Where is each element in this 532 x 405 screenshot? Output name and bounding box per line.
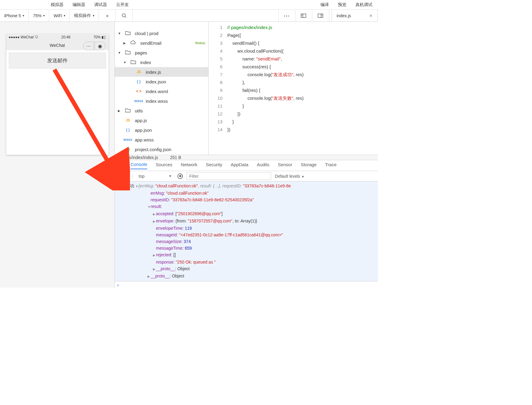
devtools-tab-appdata[interactable]: AppData — [231, 162, 248, 169]
clear-console-icon[interactable] — [123, 174, 128, 179]
toolbar: iPhone 5 ▾ 75% ▾ WiFi ▾ 模拟操作 ▾ ＋ ⋯ index… — [0, 10, 378, 22]
carrier-label: ●●●●● WeChat 🗨 — [9, 35, 38, 39]
inspect-icon[interactable] — [117, 163, 122, 168]
devtools-tab-console[interactable]: Console — [131, 162, 147, 169]
tree-item-app-json[interactable]: { }app.json — [115, 125, 208, 135]
mock-selector[interactable]: 模拟操作 ▾ — [70, 10, 99, 21]
search-button[interactable] — [116, 10, 133, 21]
tree-item-index-json[interactable]: { }index.json — [115, 77, 208, 86]
runtime-badge: Nodejs — [195, 41, 205, 45]
tree-item-label: utils — [135, 108, 143, 113]
tree-item-label: app.json — [135, 128, 152, 133]
tree-item-cloud-prod[interactable]: ▼cloud | prod — [115, 28, 208, 38]
devtools-tabs: ConsoleSourcesNetworkSecurityAppDataAudi… — [115, 160, 378, 171]
folder-icon — [123, 50, 132, 55]
tree-item-label: project.config.json — [135, 147, 171, 152]
chevron-down-icon: ▾ — [23, 14, 24, 17]
sidebar-toggle-icon[interactable]: ▯ — [117, 174, 120, 179]
network-label: WiFi — [54, 13, 62, 18]
ic-cfg-icon: {·} — [123, 147, 132, 151]
split-right-button[interactable] — [312, 10, 329, 21]
tree-item-app-wxss[interactable]: wxssapp.wxss — [115, 135, 208, 144]
clock-label: 20:46 — [61, 35, 70, 39]
context-selector[interactable]: top ▼ — [137, 173, 174, 180]
more-button[interactable]: ⋯ — [278, 10, 295, 21]
tree-item-label: app.js — [135, 118, 147, 123]
battery-label: 70% ▮▯ — [93, 35, 106, 39]
svg-line-1 — [125, 16, 126, 18]
search-icon — [122, 13, 127, 18]
folder-icon — [123, 108, 132, 113]
menu-item[interactable]: 预览 — [338, 2, 346, 8]
network-selector[interactable]: WiFi ▾ — [49, 10, 70, 21]
page-title: WeChat — [50, 43, 65, 48]
ic-js-icon: JS — [134, 70, 143, 74]
tree-item-utils[interactable]: ▶utils — [115, 106, 208, 115]
editor-status-bar: /pages/index/index.js 251 B — [115, 155, 378, 160]
device-label: iPhone 5 — [4, 13, 21, 18]
split-left-button[interactable] — [295, 10, 312, 21]
tree-item-label: index.wxml — [146, 89, 168, 94]
editor-tab[interactable]: index.js ✕ — [332, 10, 378, 21]
devtools-tab-storage[interactable]: Storage — [301, 162, 317, 169]
devtools-tab-sensor[interactable]: Sensor — [278, 162, 292, 169]
devtools-tab-sources[interactable]: Sources — [156, 162, 172, 169]
file-explorer: ▼cloud | prod▶sendEmailNodejs▼pages▼inde… — [115, 22, 209, 155]
tree-item-index-wxss[interactable]: wxssindex.wxss — [115, 96, 208, 106]
console-prompt[interactable]: › — [115, 281, 378, 288]
ic-wxss-icon: wxss — [134, 99, 143, 103]
tree-item-pages[interactable]: ▼pages — [115, 48, 208, 57]
zoom-selector[interactable]: 75% ▾ — [29, 10, 49, 21]
split-icon — [318, 14, 323, 18]
tree-item-sendemail[interactable]: ▶sendEmailNodejs — [115, 38, 208, 48]
menu-item[interactable]: 调试器 — [94, 2, 107, 8]
line-gutter: 1234567891011121314 — [209, 24, 227, 134]
tree-item-app-js[interactable]: JSapp.js — [115, 115, 208, 125]
console-output[interactable]: 发送成功 ▼{errMsg: "cloud.callFunction:ok", … — [115, 181, 378, 281]
code-body[interactable]: // pages/index/index.jsPage({ sendEmail(… — [227, 24, 378, 134]
mock-label: 模拟操作 — [74, 13, 91, 18]
tree-item-label: sendEmail — [140, 40, 161, 46]
tab-label: index.js — [337, 13, 351, 18]
tree-item-label: index.js — [146, 70, 161, 75]
tree-item-index-js[interactable]: JSindex.js — [115, 67, 208, 77]
file-path: /pages/index/index.js — [118, 155, 158, 160]
menu-item[interactable]: 编译 — [320, 2, 329, 8]
device-selector[interactable]: iPhone 5 ▾ — [0, 10, 29, 21]
devtools-tab-audits[interactable]: Audits — [257, 162, 270, 169]
filter-input[interactable] — [187, 173, 271, 180]
log-levels-selector[interactable]: Default levels ▼ — [275, 174, 304, 179]
add-button[interactable]: ＋ — [99, 10, 116, 21]
tree-item-index[interactable]: ▼index — [115, 57, 208, 67]
chevron-down-icon: ▾ — [64, 14, 65, 17]
ic-js-icon: JS — [123, 118, 132, 122]
menu-item[interactable]: 云开发 — [116, 2, 129, 8]
menu-button[interactable]: ⋯ — [83, 42, 94, 50]
ic-json-icon: { } — [134, 79, 143, 84]
menu-item[interactable]: 真机调试 — [355, 2, 372, 8]
target-button[interactable]: ◉ — [95, 42, 105, 50]
tree-item-label: index.wxss — [146, 99, 168, 104]
tree-item-label: pages — [135, 50, 147, 55]
devtools-tab-network[interactable]: Network — [181, 162, 197, 169]
tree-item-label: index — [140, 60, 151, 65]
console-toolbar: ▯ | top ▼ Default levels ▼ — [115, 171, 378, 181]
tree-item-index-wxml[interactable]: < >index.wxml — [115, 86, 208, 96]
menu-item[interactable]: 编辑器 — [73, 2, 85, 8]
close-icon[interactable]: ✕ — [369, 13, 373, 18]
split-icon — [301, 14, 306, 18]
tree-item-project-config-json[interactable]: {·}project.config.json — [115, 144, 208, 154]
top-menu-bar: 模拟器编辑器调试器云开发 编译预览真机调试 — [0, 0, 378, 10]
live-expression-icon[interactable] — [177, 173, 183, 179]
code-editor[interactable]: 1234567891011121314 // pages/index/index… — [209, 22, 378, 155]
menu-item[interactable]: 模拟器 — [51, 2, 63, 8]
send-email-button[interactable]: 发送邮件 — [9, 53, 106, 69]
zoom-label: 75% — [33, 13, 41, 18]
chevron-down-icon: ▾ — [93, 14, 94, 17]
tree-item-label: app.wxss — [135, 137, 154, 142]
chevron-down-icon: ▾ — [43, 14, 45, 17]
file-size: 251 B — [170, 155, 181, 160]
devtools-tab-security[interactable]: Security — [206, 162, 222, 169]
devtools-tab-trace[interactable]: Trace — [325, 162, 336, 169]
tree-item-label: cloud | prod — [135, 31, 158, 36]
